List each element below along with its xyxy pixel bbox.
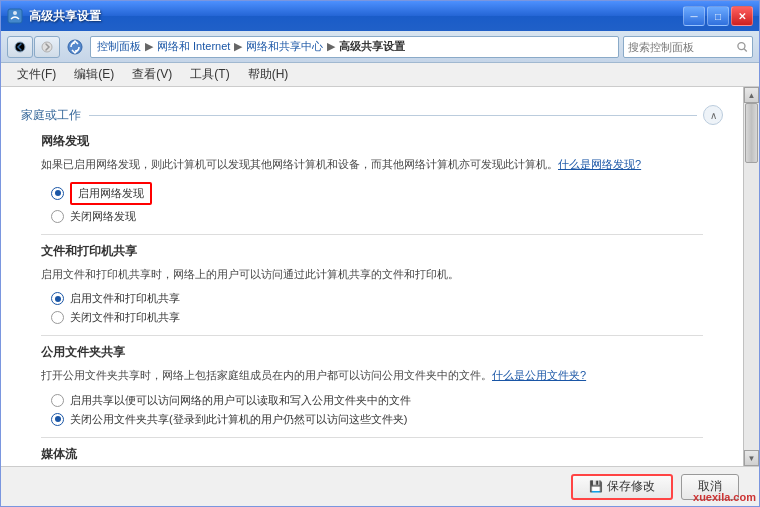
window-title: 高级共享设置 [29,8,101,25]
radio-enable-file-printer-indicator [51,292,64,305]
save-label: 保存修改 [607,478,655,495]
radio-option-disable-discovery[interactable]: 关闭网络发现 [51,209,723,224]
radio-label-disable-public: 关闭公用文件夹共享(登录到此计算机的用户仍然可以访问这些文件夹) [70,412,407,427]
radio-dot [55,190,61,196]
radio-label-enable-file-printer: 启用文件和打印机共享 [70,291,180,306]
window-controls: ─ □ ✕ [683,6,753,26]
breadcrumb-control-panel[interactable]: 控制面板 [97,39,141,54]
nav-buttons [7,36,60,58]
refresh-button[interactable] [64,36,86,58]
search-icon [737,41,748,53]
radio-option-enable-public-read-write[interactable]: 启用共享以便可以访问网络的用户可以读取和写入公用文件夹中的文件 [51,393,723,408]
description-file-printer: 启用文件和打印机共享时，网络上的用户可以访问通过此计算机共享的文件和打印机。 [41,266,723,284]
scroll-up-button[interactable]: ▲ [744,87,759,103]
forward-button[interactable] [34,36,60,58]
address-bar: 控制面板 ▶ 网络和 Internet ▶ 网络和共享中心 ▶ 高级共享设置 [1,31,759,63]
section-divider [89,115,697,116]
save-icon: 💾 [589,480,603,493]
breadcrumb-current: 高级共享设置 [339,39,405,54]
divider-1 [41,234,703,235]
watermark: xuexila.com [693,491,756,503]
bottom-bar: 💾 保存修改 取消 [1,466,759,506]
scroll-down-button[interactable]: ▼ [744,450,759,466]
breadcrumb: 控制面板 ▶ 网络和 Internet ▶ 网络和共享中心 ▶ 高级共享设置 [90,36,619,58]
scrollable-area[interactable]: 家庭或工作 ∧ 网络发现 如果已启用网络发现，则此计算机可以发现其他网络计算机和… [1,87,743,466]
subsection-title-media-stream: 媒体流 [41,446,723,463]
svg-point-3 [42,42,52,52]
radio-enable-discovery-indicator [51,187,64,200]
section-header-home-work: 家庭或工作 ∧ [21,105,723,125]
radio-label-enable-public: 启用共享以便可以访问网络的用户可以读取和写入公用文件夹中的文件 [70,393,411,408]
link-what-is-public-folder[interactable]: 什么是公用文件夹? [492,369,586,381]
maximize-button[interactable]: □ [707,6,729,26]
subsection-network-discovery: 网络发现 如果已启用网络发现，则此计算机可以发现其他网络计算机和设备，而其他网络… [21,133,723,224]
menu-bar: 文件(F) 编辑(E) 查看(V) 工具(T) 帮助(H) [1,63,759,87]
menu-file[interactable]: 文件(F) [9,64,64,85]
close-button[interactable]: ✕ [731,6,753,26]
subsection-title-network-discovery: 网络发现 [41,133,723,150]
radio-option-disable-public[interactable]: 关闭公用文件夹共享(登录到此计算机的用户仍然可以访问这些文件夹) [51,412,723,427]
subsection-title-file-printer: 文件和打印机共享 [41,243,723,260]
search-box[interactable] [623,36,753,58]
section-collapse-button[interactable]: ∧ [703,105,723,125]
radio-group-network-discovery: 启用网络发现 关闭网络发现 [51,182,723,224]
divider-2 [41,335,703,336]
scroll-track[interactable] [744,103,759,450]
radio-label-disable-file-printer: 关闭文件和打印机共享 [70,310,180,325]
scroll-thumb[interactable] [745,103,758,163]
back-button[interactable] [7,36,33,58]
minimize-button[interactable]: ─ [683,6,705,26]
subsection-file-printer-sharing: 文件和打印机共享 启用文件和打印机共享时，网络上的用户可以访问通过此计算机共享的… [21,243,723,326]
content-pane: 家庭或工作 ∧ 网络发现 如果已启用网络发现，则此计算机可以发现其他网络计算机和… [1,87,743,466]
menu-edit[interactable]: 编辑(E) [66,64,122,85]
main-window: 高级共享设置 ─ □ ✕ [0,0,760,507]
subsection-media-stream: 媒体流 当媒体流打开时，网络上的人员和设备便可以访问该计算机上的图片、音乐以及视… [21,446,723,466]
description-public-folder: 打开公用文件夹共享时，网络上包括家庭组成员在内的用户都可以访问公用文件夹中的文件… [41,367,723,385]
breadcrumb-network-internet[interactable]: 网络和 Internet [157,39,230,54]
scrollbar[interactable]: ▲ ▼ [743,87,759,466]
radio-label-disable-discovery: 关闭网络发现 [70,209,136,224]
radio-disable-file-printer-indicator [51,311,64,324]
svg-point-4 [68,40,82,54]
description-network-discovery: 如果已启用网络发现，则此计算机可以发现其他网络计算机和设备，而其他网络计算机亦可… [41,156,723,174]
svg-point-2 [15,42,25,52]
radio-dot-3 [55,416,61,422]
radio-label-enable-discovery: 启用网络发现 [78,186,144,201]
radio-option-enable-discovery[interactable]: 启用网络发现 [51,182,723,205]
window-icon [7,8,23,24]
subsection-public-folder: 公用文件夹共享 打开公用文件夹共享时，网络上包括家庭组成员在内的用户都可以访问公… [21,344,723,427]
main-area: 家庭或工作 ∧ 网络发现 如果已启用网络发现，则此计算机可以发现其他网络计算机和… [1,87,759,466]
radio-option-disable-file-printer[interactable]: 关闭文件和打印机共享 [51,310,723,325]
menu-tools[interactable]: 工具(T) [182,64,237,85]
radio-disable-discovery-indicator [51,210,64,223]
highlight-enable-discovery: 启用网络发现 [70,182,152,205]
radio-enable-public-indicator [51,394,64,407]
search-input[interactable] [628,41,734,53]
section-title-home-work: 家庭或工作 [21,107,89,124]
radio-disable-public-indicator [51,413,64,426]
radio-dot-2 [55,296,61,302]
subsection-title-public-folder: 公用文件夹共享 [41,344,723,361]
divider-3 [41,437,703,438]
menu-help[interactable]: 帮助(H) [240,64,297,85]
inner-content: 家庭或工作 ∧ 网络发现 如果已启用网络发现，则此计算机可以发现其他网络计算机和… [1,87,743,466]
svg-line-6 [744,48,747,51]
breadcrumb-network-sharing-center[interactable]: 网络和共享中心 [246,39,323,54]
radio-group-file-printer: 启用文件和打印机共享 关闭文件和打印机共享 [51,291,723,325]
title-bar-left: 高级共享设置 [7,8,101,25]
menu-view[interactable]: 查看(V) [124,64,180,85]
svg-point-1 [13,11,17,15]
title-bar: 高级共享设置 ─ □ ✕ [1,1,759,31]
svg-point-5 [738,42,745,49]
link-what-is-network-discovery[interactable]: 什么是网络发现? [558,158,641,170]
radio-group-public-folder: 启用共享以便可以访问网络的用户可以读取和写入公用文件夹中的文件 关闭公用文件夹共… [51,393,723,427]
save-button[interactable]: 💾 保存修改 [571,474,673,500]
radio-option-enable-file-printer[interactable]: 启用文件和打印机共享 [51,291,723,306]
